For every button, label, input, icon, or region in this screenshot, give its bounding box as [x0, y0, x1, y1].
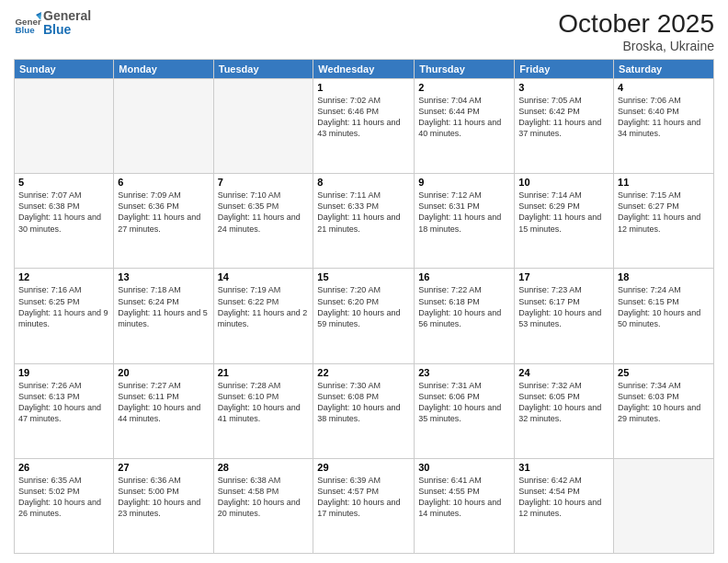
day-info: Sunrise: 7:31 AM Sunset: 6:06 PM Dayligh…: [418, 380, 510, 425]
day-number: 14: [218, 271, 310, 282]
calendar-cell: 7Sunrise: 7:10 AM Sunset: 6:35 PM Daylig…: [213, 174, 313, 269]
day-info: Sunrise: 6:41 AM Sunset: 4:55 PM Dayligh…: [418, 475, 510, 520]
day-number: 2: [418, 82, 510, 93]
calendar-cell: 3Sunrise: 7:05 AM Sunset: 6:42 PM Daylig…: [515, 79, 614, 174]
day-number: 12: [18, 271, 109, 282]
day-number: 8: [317, 177, 410, 188]
logo-general: General: [43, 9, 91, 23]
calendar-cell: 30Sunrise: 6:41 AM Sunset: 4:55 PM Dayli…: [415, 458, 515, 553]
calendar-week-row: 1Sunrise: 7:02 AM Sunset: 6:46 PM Daylig…: [15, 79, 714, 174]
calendar-cell: 15Sunrise: 7:20 AM Sunset: 6:20 PM Dayli…: [313, 269, 415, 363]
calendar-cell: 22Sunrise: 7:30 AM Sunset: 6:08 PM Dayli…: [313, 363, 415, 458]
day-number: 11: [618, 177, 710, 188]
day-info: Sunrise: 7:04 AM Sunset: 6:44 PM Dayligh…: [418, 95, 510, 140]
day-info: Sunrise: 7:23 AM Sunset: 6:17 PM Dayligh…: [518, 284, 609, 329]
calendar-cell: 10Sunrise: 7:14 AM Sunset: 6:29 PM Dayli…: [515, 174, 614, 269]
day-number: 3: [518, 82, 609, 93]
calendar-cell: 8Sunrise: 7:11 AM Sunset: 6:33 PM Daylig…: [313, 174, 415, 269]
calendar-cell: 13Sunrise: 7:18 AM Sunset: 6:24 PM Dayli…: [114, 269, 213, 363]
day-info: Sunrise: 7:12 AM Sunset: 6:31 PM Dayligh…: [418, 190, 510, 235]
day-info: Sunrise: 7:24 AM Sunset: 6:15 PM Dayligh…: [618, 284, 710, 329]
logo-blue: Blue: [43, 23, 91, 37]
day-number: 1: [317, 82, 410, 93]
calendar-cell: [614, 458, 714, 553]
weekday-header: Tuesday: [213, 60, 313, 79]
day-info: Sunrise: 7:15 AM Sunset: 6:27 PM Dayligh…: [618, 190, 710, 235]
day-info: Sunrise: 7:20 AM Sunset: 6:20 PM Dayligh…: [317, 284, 410, 329]
weekday-header: Saturday: [614, 60, 714, 79]
day-info: Sunrise: 7:05 AM Sunset: 6:42 PM Dayligh…: [518, 95, 609, 140]
day-number: 17: [518, 271, 609, 282]
day-info: Sunrise: 6:36 AM Sunset: 5:00 PM Dayligh…: [118, 475, 209, 520]
day-number: 15: [317, 271, 410, 282]
svg-text:Blue: Blue: [16, 25, 36, 35]
day-info: Sunrise: 7:07 AM Sunset: 6:38 PM Dayligh…: [18, 190, 109, 235]
day-number: 13: [118, 271, 209, 282]
day-info: Sunrise: 7:11 AM Sunset: 6:33 PM Dayligh…: [317, 190, 410, 235]
calendar-cell: 12Sunrise: 7:16 AM Sunset: 6:25 PM Dayli…: [15, 269, 114, 363]
calendar-cell: 6Sunrise: 7:09 AM Sunset: 6:36 PM Daylig…: [114, 174, 213, 269]
day-number: 7: [218, 177, 310, 188]
weekday-header: Wednesday: [313, 60, 415, 79]
calendar-cell: 2Sunrise: 7:04 AM Sunset: 6:44 PM Daylig…: [415, 79, 515, 174]
day-number: 9: [418, 177, 510, 188]
weekday-header: Friday: [515, 60, 614, 79]
day-number: 30: [418, 462, 510, 473]
day-number: 25: [618, 367, 710, 378]
day-number: 20: [118, 367, 209, 378]
calendar-cell: 20Sunrise: 7:27 AM Sunset: 6:11 PM Dayli…: [114, 363, 213, 458]
calendar-cell: 9Sunrise: 7:12 AM Sunset: 6:31 PM Daylig…: [415, 174, 515, 269]
day-info: Sunrise: 7:22 AM Sunset: 6:18 PM Dayligh…: [418, 284, 510, 329]
page-header: General Blue General Blue October 2025 B…: [14, 9, 714, 53]
day-info: Sunrise: 7:26 AM Sunset: 6:13 PM Dayligh…: [18, 380, 109, 425]
calendar-cell: 16Sunrise: 7:22 AM Sunset: 6:18 PM Dayli…: [415, 269, 515, 363]
day-info: Sunrise: 7:32 AM Sunset: 6:05 PM Dayligh…: [518, 380, 609, 425]
calendar-cell: [114, 79, 213, 174]
day-info: Sunrise: 7:02 AM Sunset: 6:46 PM Dayligh…: [317, 95, 410, 140]
calendar-week-row: 5Sunrise: 7:07 AM Sunset: 6:38 PM Daylig…: [15, 174, 714, 269]
calendar-cell: [213, 79, 313, 174]
day-info: Sunrise: 7:34 AM Sunset: 6:03 PM Dayligh…: [618, 380, 710, 425]
day-number: 10: [518, 177, 609, 188]
calendar-week-row: 19Sunrise: 7:26 AM Sunset: 6:13 PM Dayli…: [15, 363, 714, 458]
calendar-week-row: 26Sunrise: 6:35 AM Sunset: 5:02 PM Dayli…: [15, 458, 714, 553]
calendar-header-row: SundayMondayTuesdayWednesdayThursdayFrid…: [15, 60, 714, 79]
calendar-cell: 4Sunrise: 7:06 AM Sunset: 6:40 PM Daylig…: [614, 79, 714, 174]
location: Broska, Ukraine: [558, 39, 714, 53]
day-number: 16: [418, 271, 510, 282]
weekday-header: Thursday: [415, 60, 515, 79]
day-info: Sunrise: 7:30 AM Sunset: 6:08 PM Dayligh…: [317, 380, 410, 425]
calendar-cell: 23Sunrise: 7:31 AM Sunset: 6:06 PM Dayli…: [415, 363, 515, 458]
calendar-cell: 19Sunrise: 7:26 AM Sunset: 6:13 PM Dayli…: [15, 363, 114, 458]
day-info: Sunrise: 7:28 AM Sunset: 6:10 PM Dayligh…: [218, 380, 310, 425]
day-info: Sunrise: 7:18 AM Sunset: 6:24 PM Dayligh…: [118, 284, 209, 329]
title-block: October 2025 Broska, Ukraine: [558, 9, 714, 53]
calendar-cell: 31Sunrise: 6:42 AM Sunset: 4:54 PM Dayli…: [515, 458, 614, 553]
day-info: Sunrise: 6:42 AM Sunset: 4:54 PM Dayligh…: [518, 475, 609, 520]
day-info: Sunrise: 7:06 AM Sunset: 6:40 PM Dayligh…: [618, 95, 710, 140]
month-title: October 2025: [558, 9, 714, 39]
calendar-cell: 24Sunrise: 7:32 AM Sunset: 6:05 PM Dayli…: [515, 363, 614, 458]
weekday-header: Sunday: [15, 60, 114, 79]
day-number: 28: [218, 462, 310, 473]
day-info: Sunrise: 7:14 AM Sunset: 6:29 PM Dayligh…: [518, 190, 609, 235]
calendar-week-row: 12Sunrise: 7:16 AM Sunset: 6:25 PM Dayli…: [15, 269, 714, 363]
calendar-cell: 28Sunrise: 6:38 AM Sunset: 4:58 PM Dayli…: [213, 458, 313, 553]
day-info: Sunrise: 7:16 AM Sunset: 6:25 PM Dayligh…: [18, 284, 109, 329]
calendar-cell: 11Sunrise: 7:15 AM Sunset: 6:27 PM Dayli…: [614, 174, 714, 269]
day-number: 6: [118, 177, 209, 188]
day-info: Sunrise: 6:38 AM Sunset: 4:58 PM Dayligh…: [218, 475, 310, 520]
day-number: 18: [618, 271, 710, 282]
calendar-table: SundayMondayTuesdayWednesdayThursdayFrid…: [14, 59, 714, 554]
logo: General Blue General Blue: [14, 9, 91, 38]
day-number: 29: [317, 462, 410, 473]
calendar-cell: 26Sunrise: 6:35 AM Sunset: 5:02 PM Dayli…: [15, 458, 114, 553]
day-info: Sunrise: 7:10 AM Sunset: 6:35 PM Dayligh…: [218, 190, 310, 235]
day-number: 26: [18, 462, 109, 473]
calendar-cell: [15, 79, 114, 174]
day-number: 31: [518, 462, 609, 473]
calendar-cell: 18Sunrise: 7:24 AM Sunset: 6:15 PM Dayli…: [614, 269, 714, 363]
day-number: 27: [118, 462, 209, 473]
calendar-cell: 21Sunrise: 7:28 AM Sunset: 6:10 PM Dayli…: [213, 363, 313, 458]
calendar-cell: 27Sunrise: 6:36 AM Sunset: 5:00 PM Dayli…: [114, 458, 213, 553]
